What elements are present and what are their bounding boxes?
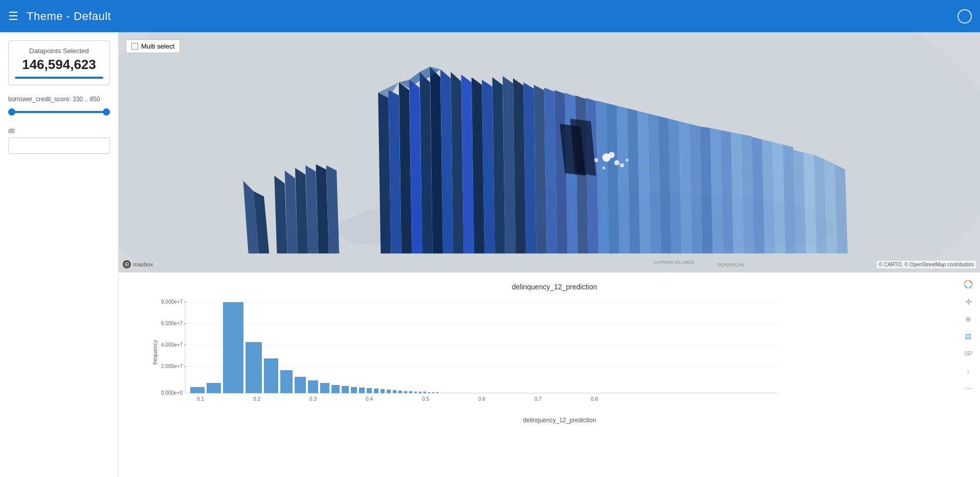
svg-point-68 [602, 166, 605, 169]
menu-icon[interactable]: ☰ [8, 10, 18, 23]
svg-rect-97 [320, 383, 329, 393]
svg-text:CAYMAN ISLANDS: CAYMAN ISLANDS [653, 260, 694, 265]
svg-rect-90 [207, 383, 221, 393]
credit-score-filter: borrower_credit_score: 330 .. 850 [8, 96, 110, 117]
range-thumb-right[interactable] [103, 108, 110, 116]
svg-rect-106 [393, 390, 396, 393]
datapoints-label: Datapoints Selected [15, 47, 103, 55]
svg-text:0.3: 0.3 [309, 396, 317, 402]
svg-text:0.7: 0.7 [534, 396, 542, 402]
credit-score-range[interactable] [8, 107, 110, 117]
select-button[interactable]: ⊡ [962, 330, 975, 343]
chart-title: delinquency_12_prediction [139, 283, 970, 291]
svg-rect-104 [381, 389, 385, 393]
svg-rect-110 [414, 392, 417, 393]
main-layout: Datapoints Selected 146,594,623 borrower… [0, 32, 980, 477]
more-button[interactable]: ⋯ [962, 382, 975, 395]
dti-input[interactable] [8, 138, 110, 154]
svg-rect-96 [308, 380, 318, 393]
user-avatar[interactable] [957, 9, 972, 24]
map-container: MEXICO CAYMAN ISLANDS DOMINICAN [119, 32, 980, 272]
svg-point-65 [609, 152, 615, 158]
svg-text:0.000e+0: 0.000e+0 [161, 390, 183, 396]
svg-rect-92 [246, 342, 262, 393]
svg-rect-94 [280, 370, 293, 393]
svg-text:0.6: 0.6 [478, 396, 485, 402]
svg-rect-91 [223, 302, 243, 393]
dti-label: dti [8, 127, 110, 134]
svg-text:DOMINICAN: DOMINICAN [718, 262, 744, 267]
svg-text:8.000e+7: 8.000e+7 [161, 299, 183, 305]
colorwheel-button[interactable] [962, 278, 975, 291]
move-button[interactable]: ✛ [962, 295, 975, 308]
svg-rect-115 [436, 392, 438, 393]
svg-text:0.4: 0.4 [366, 396, 373, 402]
multi-select-label: Multi select [141, 42, 174, 50]
svg-text:0.1: 0.1 [197, 396, 204, 402]
svg-rect-89 [190, 387, 205, 393]
svg-rect-93 [264, 358, 278, 393]
svg-point-72 [126, 264, 128, 265]
range-thumb-left[interactable] [8, 108, 15, 116]
datapoints-bar [15, 77, 103, 79]
svg-point-63 [614, 160, 619, 165]
chart-svg-wrapper: 8.000e+7 6.000e+7 4.000e+7 2.000e+7 0.00… [149, 296, 970, 424]
datapoints-value: 146,594,623 [15, 57, 103, 73]
chart-x-label: delinquency_12_prediction [149, 417, 970, 424]
right-content: MEXICO CAYMAN ISLANDS DOMINICAN [119, 32, 980, 477]
svg-point-66 [620, 163, 624, 167]
svg-text:0.5: 0.5 [422, 396, 429, 402]
svg-rect-98 [331, 385, 340, 393]
credit-score-label: borrower_credit_score: 330 .. 850 [8, 96, 110, 103]
datapoints-card: Datapoints Selected 146,594,623 [8, 40, 110, 85]
range-track [8, 111, 110, 113]
svg-point-67 [626, 158, 629, 162]
zoom-button[interactable]: ⊕ [962, 312, 975, 326]
header: ☰ Theme - Default [0, 0, 980, 32]
dti-filter: dti [8, 127, 110, 154]
map-background: MEXICO CAYMAN ISLANDS DOMINICAN [119, 32, 980, 272]
svg-rect-107 [398, 391, 402, 393]
svg-rect-112 [424, 392, 426, 393]
svg-text:4.000e+7: 4.000e+7 [161, 342, 183, 348]
svg-text:2.000e+7: 2.000e+7 [161, 364, 183, 369]
svg-rect-105 [387, 390, 391, 393]
chart-toolbar: ✛ ⊕ ⊡ 0P ↓ ⋯ [962, 278, 975, 395]
app-title: Theme - Default [27, 10, 111, 23]
svg-rect-101 [359, 388, 365, 393]
reset-button[interactable]: 0P [962, 347, 975, 360]
map-svg: MEXICO CAYMAN ISLANDS DOMINICAN [119, 32, 980, 272]
svg-rect-114 [432, 392, 434, 393]
svg-rect-100 [351, 387, 357, 393]
multi-select-button[interactable]: Multi select [126, 39, 180, 53]
svg-rect-111 [419, 392, 421, 393]
mapbox-logo: mapbox [123, 260, 153, 268]
multi-select-checkbox [131, 43, 138, 50]
svg-rect-113 [428, 392, 430, 393]
svg-text:0.2: 0.2 [253, 396, 260, 402]
svg-rect-95 [295, 377, 306, 393]
svg-rect-99 [342, 386, 349, 393]
svg-rect-102 [367, 388, 372, 393]
svg-text:0.8: 0.8 [591, 396, 598, 402]
map-attribution: © CARTO, © OpenStreetMap contributors [877, 261, 976, 268]
svg-text:frequency: frequency [152, 339, 158, 365]
sidebar: Datapoints Selected 146,594,623 borrower… [0, 32, 119, 477]
histogram-svg: 8.000e+7 6.000e+7 4.000e+7 2.000e+7 0.00… [149, 296, 789, 414]
svg-rect-108 [404, 391, 407, 393]
svg-rect-103 [374, 389, 378, 393]
svg-rect-109 [409, 391, 412, 393]
download-button[interactable]: ↓ [962, 365, 975, 378]
mapbox-text: mapbox [133, 261, 153, 267]
mapbox-circle-icon [123, 260, 131, 268]
svg-text:6.000e+7: 6.000e+7 [161, 321, 183, 326]
chart-container: ✛ ⊕ ⊡ 0P ↓ ⋯ delinquency_12_prediction 8… [119, 272, 980, 477]
